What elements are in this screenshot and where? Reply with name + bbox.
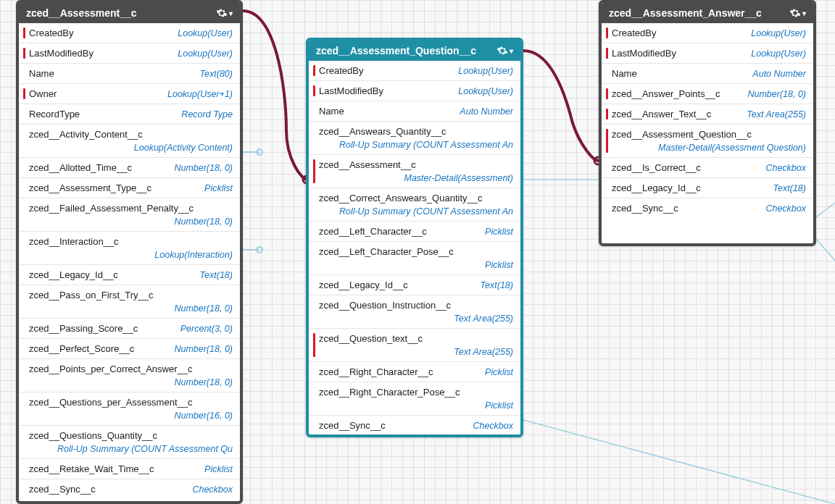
- field-row[interactable]: zced__Failed_Assessment_Penalty__cNumber…: [19, 198, 240, 231]
- field-row[interactable]: zced__Sync__cCheckbox: [309, 415, 520, 434]
- entity-question[interactable]: zced__Assessment_Question__c ▾ CreatedBy…: [306, 38, 523, 437]
- field-row[interactable]: LastModifiedByLookup(User): [602, 43, 813, 63]
- field-type: Auto Number: [460, 106, 513, 117]
- required-indicator: [23, 28, 25, 38]
- field-name: zced__Left_Character_Pose__c: [319, 246, 513, 257]
- field-row[interactable]: NameText(80): [19, 63, 240, 83]
- entity-settings-button[interactable]: ▾: [216, 7, 233, 19]
- field-type: Checkbox: [192, 484, 233, 495]
- field-row[interactable]: OwnerLookup(User+1): [19, 83, 240, 104]
- entity-settings-button[interactable]: ▾: [789, 7, 806, 19]
- field-type: Text Area(255): [747, 109, 806, 119]
- field-name: zced__Correct_Answears_Quantity__c: [319, 193, 513, 203]
- entity-title: zced__Assessment__c: [26, 7, 137, 19]
- field-row[interactable]: zced__Questions_Quantity__cRoll-Up Summa…: [19, 425, 240, 458]
- field-row[interactable]: zced__Assessment_Type__cPicklist: [19, 177, 240, 198]
- svg-point-2: [257, 149, 262, 155]
- field-type: Checkbox: [473, 421, 513, 431]
- entity-answer-header[interactable]: zced__Assessment_Answer__c ▾: [602, 3, 813, 23]
- required-indicator: [313, 65, 315, 76]
- field-row[interactable]: zced__Correct_Answears_Quantity__cRoll-U…: [309, 188, 520, 221]
- field-row[interactable]: zced__Questions_per_Assessment__cNumber(…: [19, 392, 240, 425]
- chevron-down-icon: ▾: [802, 9, 806, 17]
- field-row[interactable]: zced__Legacy_Id__cText(18): [309, 274, 520, 295]
- field-row[interactable]: zced__Pass_on_First_Try__cNumber(18, 0): [19, 285, 240, 318]
- field-name: zced__Passing_Score__c: [29, 323, 138, 334]
- field-row[interactable]: zced__Left_Character__cPicklist: [309, 221, 520, 241]
- entity-assessment[interactable]: zced__Assessment__c ▾ CreatedByLookup(Us…: [16, 0, 243, 504]
- field-row[interactable]: zced__Left_Character_Pose__cPicklist: [309, 241, 520, 274]
- field-name: zced__Answears_Quantity__c: [319, 126, 513, 137]
- field-row[interactable]: CreatedByLookup(User): [19, 23, 240, 43]
- field-type: Number(18, 0): [174, 377, 233, 387]
- required-indicator: [606, 48, 608, 59]
- field-type: Text(18): [200, 270, 233, 280]
- field-row[interactable]: zced__Answer_Points__cNumber(18, 0): [602, 83, 813, 104]
- field-type: Master-Detail(Assessment Question): [658, 143, 806, 153]
- field-name: CreatedBy: [319, 65, 363, 76]
- field-name: zced__Legacy_Id__c: [29, 269, 118, 280]
- field-type: Picklist: [485, 367, 513, 377]
- field-row[interactable]: CreatedByLookup(User): [309, 61, 520, 80]
- field-row[interactable]: zced__Right_Character__cPicklist: [309, 361, 520, 382]
- field-name: Name: [319, 106, 344, 117]
- field-row[interactable]: zced__Assessment__cMaster-Detail(Assessm…: [309, 154, 520, 188]
- field-row[interactable]: zced__Answears_Quantity__cRoll-Up Summar…: [309, 121, 520, 154]
- field-row[interactable]: RecordTypeRecord Type: [19, 104, 240, 124]
- field-row[interactable]: zced__Sync__cCheckbox: [602, 198, 813, 218]
- field-type: Lookup(User): [458, 86, 513, 96]
- field-type: Text Area(255): [454, 347, 513, 357]
- field-type: Text Area(255): [454, 314, 513, 324]
- field-row[interactable]: zced__Interaction__cLookup(Interaction): [19, 231, 240, 264]
- field-type: Lookup(Activity Content): [134, 143, 233, 153]
- field-row[interactable]: zced__Assessment_Question__cMaster-Detai…: [602, 124, 813, 157]
- field-row[interactable]: zced__Right_Character_Pose__cPicklist: [309, 382, 520, 415]
- field-row[interactable]: zced__Is_Correct__cCheckbox: [602, 157, 813, 177]
- field-name: zced__Is_Correct__c: [612, 162, 701, 173]
- field-row[interactable]: CreatedByLookup(User): [602, 23, 813, 43]
- field-name: zced__Allotted_Time__c: [29, 162, 132, 173]
- field-row[interactable]: zced__Legacy_Id__cText(18): [19, 264, 240, 285]
- field-row[interactable]: zced__Legacy_Id__cText(18): [602, 177, 813, 198]
- required-indicator: [606, 109, 608, 119]
- field-row[interactable]: zced__Question_text__cText Area(255): [309, 328, 520, 361]
- field-type: Text(18): [773, 183, 806, 193]
- entity-assessment-fields: CreatedByLookup(User)LastModifiedByLooku…: [19, 23, 240, 501]
- field-row[interactable]: zced__Question_Instruction__cText Area(2…: [309, 295, 520, 328]
- field-type: Picklist: [485, 260, 513, 270]
- field-type: Lookup(User): [751, 49, 806, 59]
- field-row[interactable]: zced__Points_per_Correct_Answer__cNumber…: [19, 358, 240, 392]
- field-row[interactable]: zced__Allotted_Time__cNumber(18, 0): [19, 157, 240, 177]
- field-name: zced__Retake_Wait_Time__c: [29, 463, 154, 474]
- field-name: zced__Pass_on_First_Try__c: [29, 290, 233, 301]
- field-name: zced__Interaction__c: [29, 236, 233, 247]
- entity-question-header[interactable]: zced__Assessment_Question__c ▾: [309, 41, 520, 61]
- field-name: zced__Questions_Quantity__c: [29, 430, 233, 441]
- field-type: Lookup(User+1): [167, 89, 233, 99]
- field-row[interactable]: zced__Perfect_Score__cNumber(18, 0): [19, 338, 240, 358]
- field-name: zced__Activity_Content__c: [29, 129, 233, 140]
- entity-settings-button[interactable]: ▾: [497, 45, 513, 56]
- field-name: zced__Answer_Points__c: [612, 88, 720, 99]
- field-row[interactable]: zced__Retake_Wait_Time__cPicklist: [19, 458, 240, 479]
- field-row[interactable]: NameAuto Number: [309, 101, 520, 121]
- field-type: Text(80): [200, 69, 233, 79]
- field-type: Checkbox: [765, 163, 806, 173]
- field-row[interactable]: zced__Sync__cCheckbox: [19, 479, 240, 499]
- field-name: LastModifiedBy: [612, 48, 676, 59]
- field-row[interactable]: zced__Answer_Text__cText Area(255): [602, 104, 813, 124]
- entity-assessment-header[interactable]: zced__Assessment__c ▾: [19, 3, 240, 23]
- field-name: Name: [612, 68, 637, 79]
- required-indicator: [313, 333, 315, 357]
- field-type: Picklist: [204, 183, 233, 193]
- field-row[interactable]: zced__Passing_Score__cPercent(3, 0): [19, 318, 240, 338]
- field-row[interactable]: LastModifiedByLookup(User): [19, 43, 240, 63]
- field-row[interactable]: NameAuto Number: [602, 63, 813, 83]
- field-row[interactable]: LastModifiedByLookup(User): [309, 80, 520, 101]
- entity-answer[interactable]: zced__Assessment_Answer__c ▾ CreatedByLo…: [599, 0, 816, 246]
- field-row[interactable]: zced__Activity_Content__cLookup(Activity…: [19, 124, 240, 157]
- field-type: Checkbox: [765, 203, 806, 214]
- field-type: Roll-Up Summary (COUNT Assessment Qu: [57, 444, 233, 454]
- field-name: zced__Failed_Assessment_Penalty__c: [29, 203, 233, 214]
- field-name: zced__Sync__c: [29, 484, 96, 495]
